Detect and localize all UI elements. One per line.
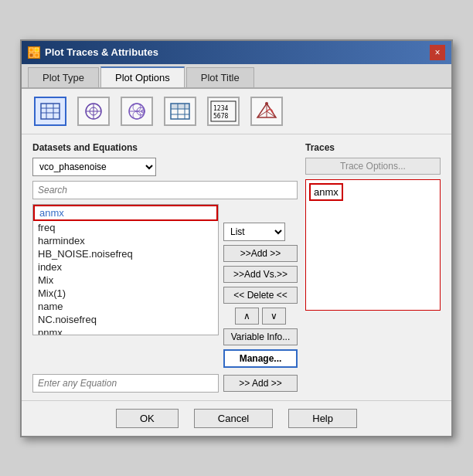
svg-rect-0 <box>29 48 33 52</box>
search-input[interactable] <box>32 181 298 199</box>
digital-icon[interactable]: 1234 5678 <box>207 97 240 126</box>
list-item[interactable]: Mix <box>33 274 218 287</box>
list-type-select[interactable]: List <box>223 223 285 241</box>
equation-input[interactable] <box>32 374 219 393</box>
eq-add-button[interactable]: >> Add >> <box>223 375 298 392</box>
tab-bar: Plot Type Plot Options Plot Title <box>22 64 451 89</box>
center-buttons: List >>Add >> >>Add Vs.>> << Delete << ∧… <box>223 204 298 368</box>
list-item[interactable]: index <box>33 260 218 274</box>
polar-icon[interactable] <box>77 97 110 126</box>
dataset-list[interactable]: anmx freq harmindex HB_NOISE.noisefreq i… <box>32 204 219 335</box>
svg-rect-3 <box>35 53 39 57</box>
add-vs-button[interactable]: >>Add Vs.>> <box>223 266 298 283</box>
dataset-row: vco_phasenoise <box>32 158 298 176</box>
svg-rect-1 <box>35 48 39 52</box>
cancel-button[interactable]: Cancel <box>194 409 273 428</box>
help-button[interactable]: Help <box>288 409 357 428</box>
svg-rect-4 <box>41 104 60 119</box>
rectangular-icon[interactable] <box>34 97 66 126</box>
delete-button[interactable]: << Delete << <box>223 287 298 304</box>
ok-button[interactable]: OK <box>116 409 179 428</box>
title-bar-left: Plot Traces & Attributes <box>28 46 158 59</box>
svg-point-32 <box>265 102 268 105</box>
table-icon[interactable] <box>164 97 196 126</box>
svg-rect-2 <box>29 53 33 57</box>
list-item[interactable]: freq <box>33 221 218 234</box>
traces-label: Traces <box>305 142 441 153</box>
arrow-buttons: ∧ ∨ <box>223 308 298 325</box>
manage-button[interactable]: Manage... <box>223 349 298 368</box>
list-item[interactable]: NC.noisefreq <box>33 313 218 326</box>
list-item[interactable]: pnmx <box>33 326 218 335</box>
list-item[interactable]: name <box>33 300 218 313</box>
svg-rect-24 <box>171 104 189 109</box>
tab-plot-type[interactable]: Plot Type <box>28 67 99 87</box>
window-title: Plot Traces & Attributes <box>45 46 158 58</box>
title-bar: Plot Traces & Attributes × <box>22 41 451 64</box>
svg-text:5678: 5678 <box>213 113 228 120</box>
dialog-window: Plot Traces & Attributes × Plot Type Plo… <box>20 39 453 437</box>
datasets-label: Datasets and Equations <box>32 142 298 153</box>
tab-plot-title[interactable]: Plot Title <box>186 67 254 87</box>
trace-options-button[interactable]: Trace Options... <box>305 158 441 175</box>
right-panel: Traces Trace Options... anmx <box>305 142 441 393</box>
main-content: Datasets and Equations vco_phasenoise an… <box>22 134 451 400</box>
traces-list[interactable]: anmx <box>305 179 441 311</box>
tab-plot-options[interactable]: Plot Options <box>100 66 185 87</box>
equation-row: >> Add >> <box>32 374 298 393</box>
svg-text:1234: 1234 <box>213 105 228 112</box>
variable-info-button[interactable]: Variable Info... <box>223 328 298 345</box>
list-item[interactable]: harmindex <box>33 234 218 247</box>
footer: OK Cancel Help <box>22 400 451 436</box>
app-icon <box>28 46 40 59</box>
plot-type-icons: 1234 5678 <box>22 89 451 134</box>
list-item[interactable]: anmx <box>33 205 218 221</box>
down-button[interactable]: ∨ <box>262 308 286 325</box>
trace-item[interactable]: anmx <box>309 183 343 201</box>
up-button[interactable]: ∧ <box>235 308 259 325</box>
add-button[interactable]: >>Add >> <box>223 245 298 262</box>
radar-icon[interactable] <box>250 97 283 126</box>
dataset-select[interactable]: vco_phasenoise <box>32 158 156 176</box>
list-item[interactable]: HB_NOISE.noisefreq <box>33 247 218 260</box>
close-button[interactable]: × <box>430 45 445 60</box>
list-item[interactable]: Mix(1) <box>33 287 218 300</box>
smith-chart-icon[interactable] <box>121 97 153 126</box>
left-panel: Datasets and Equations vco_phasenoise an… <box>32 142 298 393</box>
